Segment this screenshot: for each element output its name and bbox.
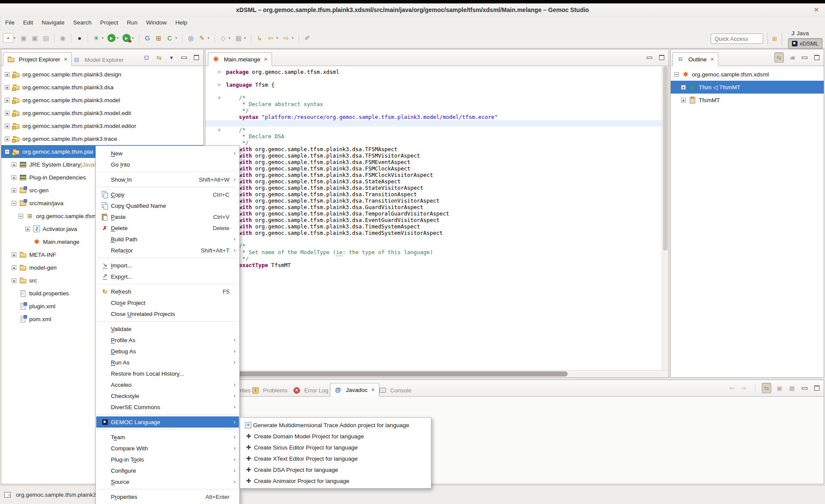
- back-button[interactable]: ⇦: [266, 33, 276, 43]
- code-line[interactable]: syntax "platform:/resource/org.gemoc.sam…: [205, 114, 662, 120]
- minimize-button[interactable]: [180, 53, 188, 62]
- quick-access-input[interactable]: [711, 33, 763, 44]
- menu-item-refactor[interactable]: RefactorShift+Alt+T›: [96, 245, 239, 256]
- editor-tab-main-melange[interactable]: ✱ Main.melange ✕: [208, 52, 272, 66]
- view-tab-project-explorer[interactable]: Project Explorer✕: [3, 52, 72, 66]
- code-line[interactable]: with org.gemoc.sample.tfsm.plaink3.dsa.T…: [205, 223, 662, 230]
- code-line[interactable]: with org.gemoc.sample.tfsm.plaink3.dsa.F…: [205, 159, 662, 165]
- tree-item[interactable]: +org.gemoc.sample.tfsm.plaink3.trace: [1, 132, 203, 145]
- sort-button[interactable]: ↓az: [788, 53, 796, 62]
- chevron-down-icon[interactable]: ▾: [117, 36, 120, 40]
- menu-item-debug-as[interactable]: Debug As›: [96, 346, 239, 357]
- chevron-down-icon[interactable]: ▾: [229, 36, 232, 40]
- fold-marker-icon[interactable]: ⊖: [218, 82, 221, 88]
- expand-icon[interactable]: +: [681, 85, 686, 90]
- menu-item-new[interactable]: New›: [96, 148, 239, 159]
- submenu-item-create-dsa-project-for-language[interactable]: ✚Create DSA Project for language: [241, 464, 431, 475]
- chevron-down-icon[interactable]: ▾: [292, 36, 295, 40]
- menu-item-show-in[interactable]: Show InShift+Alt+W›: [96, 174, 239, 185]
- menu-item-configure[interactable]: Configure›: [96, 465, 239, 476]
- expand-icon[interactable]: +: [25, 227, 30, 231]
- menu-item-copy-qualified-name[interactable]: Copy Qualified Name: [96, 200, 239, 211]
- submenu-item-generate-multidimensional-trace-addon-project-for-language[interactable]: ✳Generate Multidimensional Trace Addon p…: [241, 419, 431, 431]
- open-resource-button[interactable]: ◎: [186, 33, 196, 43]
- window-close-icon[interactable]: ✕: [813, 6, 819, 14]
- maximize-button[interactable]: [813, 383, 821, 393]
- menu-item-close-project[interactable]: Close Project: [96, 297, 239, 308]
- submenu-item-create-xtext-editor-project-for-language[interactable]: ✚Create XText Editor Project for languag…: [241, 453, 431, 464]
- expand-icon[interactable]: +: [12, 278, 16, 283]
- menu-item-properties[interactable]: PropertiesAlt+Enter: [96, 491, 239, 502]
- editor-vertical-scrollbar[interactable]: [662, 66, 669, 370]
- menu-item-plug-in-tools[interactable]: Plug-in Tools›: [96, 454, 239, 465]
- outline-tab[interactable]: ⊟ Outline ✕: [672, 52, 718, 66]
- code-line[interactable]: with org.gemoc.sample.tfsm.plaink3.dsa.E…: [205, 217, 662, 223]
- new-wizard-button[interactable]: ✦: [3, 33, 13, 43]
- menu-item-team[interactable]: Team›: [96, 431, 239, 443]
- expand-icon[interactable]: +: [12, 188, 16, 193]
- code-line[interactable]: [205, 88, 662, 94]
- menubar-item-navigate[interactable]: Navigate: [37, 17, 69, 28]
- code-line[interactable]: ⊖ /*: [205, 127, 662, 133]
- mark-occurrences-button[interactable]: ✐: [302, 33, 312, 43]
- minimize-button[interactable]: [800, 383, 809, 393]
- tree-item[interactable]: +TfsmMT: [671, 94, 824, 106]
- tree-item[interactable]: +◆Tfsm ◁ TfsmMT: [671, 81, 824, 94]
- fold-marker-icon[interactable]: ⊖: [218, 69, 221, 75]
- code-line[interactable]: with org.gemoc.sample.tfsm.plaink3.dsa.T…: [205, 230, 662, 236]
- perspective-button-java[interactable]: JJava: [788, 28, 822, 38]
- menu-item-copy[interactable]: CopyCtrl+C: [96, 189, 239, 200]
- maximize-button[interactable]: [813, 53, 821, 62]
- code-line[interactable]: * Set name of the ModelType (ie: the typ…: [205, 249, 662, 255]
- expand-icon[interactable]: +: [5, 111, 9, 115]
- code-line[interactable]: */: [205, 255, 662, 262]
- menu-item-validate[interactable]: Validate: [96, 323, 239, 334]
- tree-item[interactable]: +org.gemoc.sample.tfsm.plaink3.design: [1, 68, 203, 81]
- menubar-item-edit[interactable]: Edit: [19, 17, 37, 28]
- code-line[interactable]: with org.gemoc.sample.tfsm.plaink3.dsa.T…: [205, 152, 662, 159]
- code-line[interactable]: with org.gemoc.sample.tfsm.plaink3.dsa.F…: [205, 165, 662, 172]
- close-icon[interactable]: ✕: [710, 57, 714, 62]
- menu-item-compare-with[interactable]: Compare With›: [96, 443, 239, 454]
- link-editor-button[interactable]: ⇆: [762, 383, 771, 393]
- menubar-item-help[interactable]: Help: [171, 17, 192, 28]
- menubar-item-project[interactable]: Project: [96, 17, 122, 28]
- view-menu-button[interactable]: ▾: [167, 53, 176, 62]
- tree-item[interactable]: +org.gemoc.sample.tfsm.plaink3.dsa: [1, 81, 203, 94]
- code-line[interactable]: [205, 75, 662, 82]
- new-xtext-project-button[interactable]: G: [142, 33, 153, 43]
- view-tab-model-explorer[interactable]: ⊟Model Explorer: [69, 53, 128, 66]
- maximize-button[interactable]: [657, 53, 666, 62]
- collapse-icon[interactable]: –: [5, 149, 9, 154]
- menu-item-delete[interactable]: ✗DeleteDelete: [96, 222, 239, 234]
- tree-item[interactable]: –✱org.gemoc.sample.tfsm.xdsml: [671, 68, 824, 81]
- editor-horizontal-scrollbar[interactable]: [205, 370, 669, 377]
- code-line[interactable]: * Declare abstract syntax: [205, 101, 662, 107]
- view-tab-javadoc[interactable]: @Javadoc✕: [330, 383, 379, 397]
- menubar-item-file[interactable]: File: [1, 17, 19, 28]
- open-perspective-icon[interactable]: ⊞: [772, 35, 777, 42]
- fold-marker-icon[interactable]: ⊖: [218, 95, 221, 100]
- code-line[interactable]: with org.gemoc.sample.tfsm.plaink3.dsa.T…: [205, 210, 662, 217]
- minimize-button[interactable]: [645, 53, 654, 62]
- view-tab-problems[interactable]: !Problems: [248, 384, 291, 397]
- expand-icon[interactable]: +: [5, 98, 9, 103]
- fold-marker-icon[interactable]: ⊖: [218, 127, 221, 133]
- chevron-down-icon[interactable]: ▾: [175, 36, 179, 40]
- menu-item-close-unrelated-projects[interactable]: Close Unrelated Projects: [96, 308, 239, 319]
- menu-item-export[interactable]: ↗Export...: [96, 271, 239, 282]
- code-line[interactable]: [205, 236, 662, 243]
- code-line[interactable]: with org.gemoc.sample.tfsm.plaink3.dsa.T…: [205, 197, 662, 204]
- view-tab-error-log[interactable]: ✕Error Log: [290, 384, 332, 397]
- expand-icon[interactable]: +: [12, 162, 16, 167]
- tree-item[interactable]: +org.gemoc.sample.tfsm.plaink3.model.edi…: [1, 106, 203, 119]
- code-line[interactable]: */: [205, 140, 662, 146]
- forward-button[interactable]: ⇨: [281, 33, 291, 43]
- menubar-item-window[interactable]: Window: [142, 17, 171, 28]
- collapse-icon[interactable]: –: [12, 201, 16, 206]
- code-line[interactable]: ⊖ /*: [205, 94, 662, 101]
- current-code-line[interactable]: [205, 120, 662, 127]
- menu-item-run-as[interactable]: Run As›: [96, 357, 239, 368]
- expand-icon[interactable]: +: [12, 265, 16, 270]
- submenu-item-create-domain-model-project-for-language[interactable]: ✚Create Domain Model Project for languag…: [241, 431, 431, 442]
